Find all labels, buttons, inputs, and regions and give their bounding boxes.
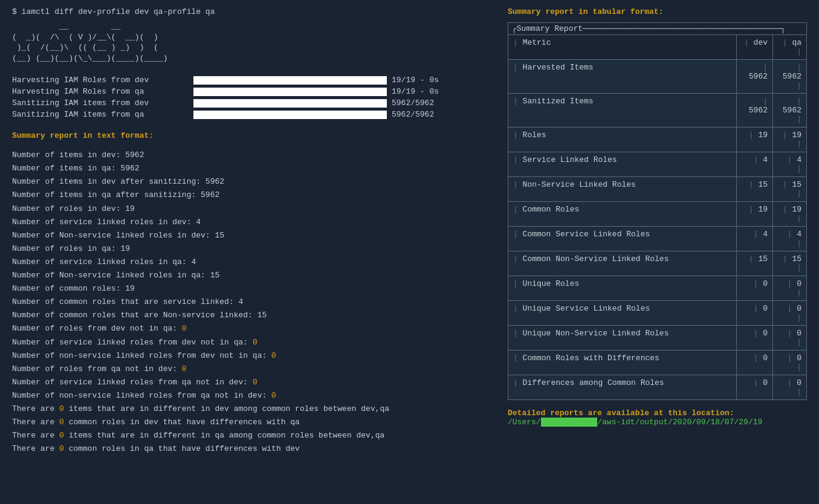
text-line: There are 0 items that are in different … — [12, 429, 484, 442]
cell-qa: | 4 | — [773, 152, 806, 176]
table-row: | Unique Service Linked Roles | 0 | 0 | — [508, 301, 806, 326]
progress-bar — [193, 111, 387, 119]
progress-row: Sanitizing IAM items from qa 5962/5962 — [12, 110, 484, 119]
progress-row: Harvesting IAM Roles from dev 19/19 - 0s — [12, 76, 484, 85]
cell-metric: | Common Non-Service Linked Roles — [508, 251, 737, 276]
text-line: Number of items in dev: 5962 — [12, 149, 484, 162]
cell-dev: | 15 — [737, 251, 773, 276]
text-line: Number of common roles that are service … — [12, 296, 484, 309]
progress-label: Sanitizing IAM items from qa — [12, 110, 193, 119]
cell-qa: | 19 | — [773, 202, 806, 226]
cell-qa: | 0 | — [773, 375, 806, 399]
table-row: | Non-Service Linked Roles | 15 | 15 | — [508, 177, 806, 202]
detailed-label: Detailed reports are available at this l… — [508, 409, 807, 418]
table-body: | Harvested Items | 5962 | 5962 | | Sani… — [508, 60, 806, 399]
text-line: Number of non-service linked roles from … — [12, 349, 484, 363]
header-dev: | dev — [737, 35, 773, 59]
text-report: Number of items in dev: 5962Number of it… — [12, 149, 484, 456]
cell-metric: | Unique Non-Service Linked Roles — [508, 326, 737, 350]
summary-table: ┌Summary Report─────────────────────────… — [508, 22, 807, 400]
cell-dev: | 0 — [737, 276, 773, 300]
cell-dev: | 5962 — [737, 60, 773, 93]
progress-row: Harvesting IAM Roles from qa 19/19 - 0s — [12, 87, 484, 96]
table-row: | Unique Non-Service Linked Roles | 0 | … — [508, 326, 806, 351]
text-line: Number of non-service linked roles from … — [12, 389, 484, 402]
progress-value: 19/19 - 0s — [392, 76, 439, 85]
cell-qa: | 0 | — [773, 351, 806, 375]
cell-metric: | Non-Service Linked Roles — [508, 177, 737, 201]
cell-metric: | Common Roles — [508, 202, 737, 226]
detailed-reports: Detailed reports are available at this l… — [508, 409, 807, 427]
cell-dev: | 15 — [737, 177, 773, 201]
cell-qa: | 19 | — [773, 128, 806, 152]
table-row: | Common Roles with Differences | 0 | 0 … — [508, 351, 806, 375]
right-panel: Summary report in tabular format: ┌Summa… — [496, 0, 819, 504]
text-line: Number of common roles that are Non-serv… — [12, 309, 484, 322]
progress-label: Sanitizing IAM items from dev — [12, 99, 193, 108]
cell-metric: | Common Roles with Differences — [508, 351, 737, 375]
text-line: Number of items in qa after sanitizing: … — [12, 189, 484, 202]
table-row: | Harvested Items | 5962 | 5962 | — [508, 60, 806, 94]
cell-dev: | 19 — [737, 202, 773, 226]
left-panel: $ iamctl diff dev-profile dev qa-profile… — [0, 0, 496, 504]
table-header-row: | Metric | dev | qa | — [508, 35, 806, 60]
text-line: There are 0 items that are in different … — [12, 402, 484, 416]
table-title: ┌Summary Report─────────────────────────… — [508, 23, 806, 35]
header-qa: | qa | — [773, 35, 806, 59]
text-line: Number of Non-service linked roles in qa… — [12, 269, 484, 282]
progress-label: Harvesting IAM Roles from dev — [12, 76, 193, 85]
cell-dev: | 4 — [737, 152, 773, 176]
cell-qa: | 5962 | — [773, 60, 806, 93]
cell-metric: | Roles — [508, 128, 737, 152]
progress-bar — [193, 88, 387, 96]
cell-metric: | Unique Service Linked Roles — [508, 301, 737, 325]
progress-row: Sanitizing IAM items from dev 5962/5962 — [12, 99, 484, 108]
cell-dev: | 0 — [737, 375, 773, 399]
cell-qa: | 4 | — [773, 227, 806, 251]
text-line: Number of service linked roles from dev … — [12, 336, 484, 349]
table-row: | Common Service Linked Roles | 4 | 4 | — [508, 227, 806, 251]
text-line: Number of common roles: 19 — [12, 282, 484, 296]
cell-dev: | 19 — [737, 128, 773, 152]
cell-metric: | Sanitized Items — [508, 94, 737, 127]
progress-bar — [193, 99, 387, 108]
cell-dev: | 0 — [737, 351, 773, 375]
progress-value: 5962/5962 — [392, 99, 434, 108]
progress-label: Harvesting IAM Roles from qa — [12, 87, 193, 96]
table-row: | Common Non-Service Linked Roles | 15 |… — [508, 251, 806, 276]
text-line: There are 0 common roles in qa that have… — [12, 442, 484, 456]
cell-metric: | Differences among Common Roles — [508, 375, 737, 399]
text-line: Number of items in qa: 5962 — [12, 162, 484, 175]
ascii-art: __ __ ( _)( /\ ( V )/__\( __)( ) )_( /(_… — [12, 21, 484, 63]
progress-section: Harvesting IAM Roles from dev 19/19 - 0s… — [12, 76, 484, 119]
text-line: Number of roles in dev: 19 — [12, 202, 484, 216]
table-row: | Sanitized Items | 5962 | 5962 | — [508, 94, 806, 128]
cell-metric: | Common Service Linked Roles — [508, 227, 737, 251]
cell-qa: | 5962 | — [773, 94, 806, 127]
progress-value: 19/19 - 0s — [392, 87, 439, 96]
left-section-title: Summary report in text format: — [12, 131, 484, 140]
command-line: $ iamctl diff dev-profile dev qa-profile… — [12, 7, 484, 16]
table-row: | Roles | 19 | 19 | — [508, 128, 806, 152]
text-line: Number of Non-service linked roles in de… — [12, 229, 484, 242]
cell-qa: | 15 | — [773, 177, 806, 201]
progress-value: 5962/5962 — [392, 110, 434, 119]
cell-dev: | 4 — [737, 227, 773, 251]
text-line: Number of roles from qa not in dev: 0 — [12, 363, 484, 376]
text-line: Number of roles from dev not in qa: 0 — [12, 322, 484, 335]
table-row: | Unique Roles | 0 | 0 | — [508, 276, 806, 301]
cell-qa: | 15 | — [773, 251, 806, 276]
table-row: | Common Roles | 19 | 19 | — [508, 202, 806, 227]
detailed-path: /Users/ /aws-idt/output/2020/09/18/07/29… — [508, 418, 807, 427]
cell-dev: | 0 — [737, 326, 773, 350]
cell-dev: | 0 — [737, 301, 773, 325]
cell-metric: | Harvested Items — [508, 60, 737, 93]
cell-metric: | Unique Roles — [508, 276, 737, 300]
text-line: Number of service linked roles in qa: 4 — [12, 256, 484, 269]
text-line: There are 0 common roles in dev that hav… — [12, 416, 484, 429]
cell-qa: | 0 | — [773, 276, 806, 300]
cell-qa: | 0 | — [773, 326, 806, 350]
text-line: Number of items in dev after sanitizing:… — [12, 175, 484, 189]
header-metric: | Metric — [508, 35, 737, 59]
text-line: Number of service linked roles in dev: 4 — [12, 216, 484, 229]
